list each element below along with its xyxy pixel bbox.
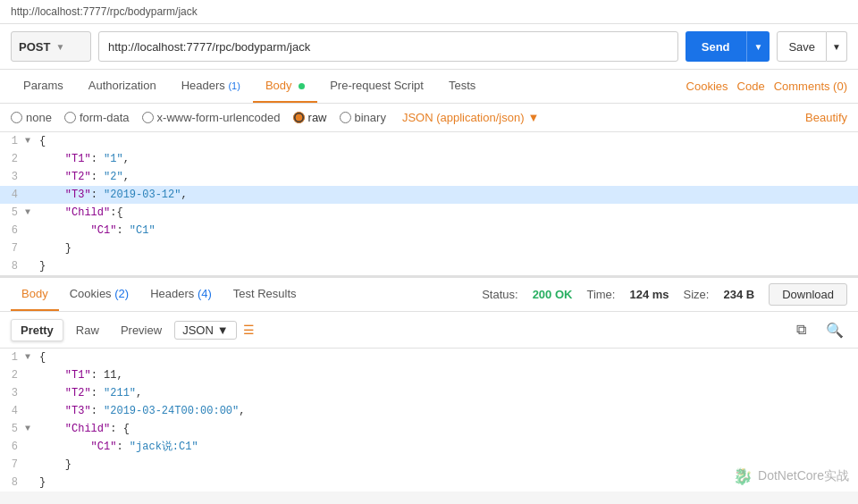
request-code-line: 2 "T1": "1", xyxy=(0,150,858,168)
line-content: "C1": "jack说:C1" xyxy=(38,438,858,456)
line-arrow-icon xyxy=(25,150,38,168)
request-code-line: 5▼ "Child":{ xyxy=(0,204,858,222)
method-select[interactable]: POST ▼ xyxy=(11,31,91,62)
line-number: 7 xyxy=(0,456,25,474)
line-arrow-icon: ▼ xyxy=(25,349,38,366)
request-code-line: 7 } xyxy=(0,239,858,257)
line-number: 1 xyxy=(0,132,25,150)
response-code-line: 3 "T2": "211", xyxy=(0,384,858,402)
line-arrow-icon xyxy=(25,168,38,186)
tab-params[interactable]: Params xyxy=(11,70,76,103)
line-arrow-icon xyxy=(25,222,38,239)
radio-binary[interactable]: binary xyxy=(340,111,386,124)
json-format-label: JSON xyxy=(182,323,214,337)
request-bar: POST ▼ Send ▼ Save ▼ xyxy=(0,24,858,70)
radio-raw[interactable]: raw xyxy=(293,111,327,124)
headers-badge: (1) xyxy=(228,80,240,91)
line-content: } xyxy=(38,257,858,275)
time-value: 124 ms xyxy=(629,288,669,301)
tab-tests[interactable]: Tests xyxy=(436,70,488,103)
radio-form-data[interactable]: form-data xyxy=(64,111,130,124)
line-content: } xyxy=(38,474,858,491)
resp-tab-test-results[interactable]: Test Results xyxy=(223,278,307,311)
line-number: 7 xyxy=(0,239,25,257)
line-arrow-icon xyxy=(25,474,38,491)
line-number: 4 xyxy=(0,402,25,420)
tab-authorization[interactable]: Authorization xyxy=(76,70,169,103)
resp-tab-body[interactable]: Body xyxy=(11,278,59,311)
response-code-line: 6 "C1": "jack说:C1" xyxy=(0,438,858,456)
comments-link[interactable]: Comments (0) xyxy=(774,80,847,93)
format-raw-button[interactable]: Raw xyxy=(67,320,108,340)
address-text: http://localhost:7777/rpc/bodyparm/jack xyxy=(11,5,198,18)
radio-urlencoded[interactable]: x-www-form-urlencoded xyxy=(142,111,281,124)
body-options-bar: none form-data x-www-form-urlencoded raw… xyxy=(0,104,858,132)
format-json-dropdown[interactable]: JSON ▼ xyxy=(174,321,237,340)
method-label: POST xyxy=(19,40,50,54)
line-number: 5 xyxy=(0,420,25,438)
response-code-line: 7 } xyxy=(0,456,858,474)
save-button[interactable]: Save xyxy=(777,31,827,62)
resp-tab-cookies[interactable]: Cookies (2) xyxy=(59,278,139,311)
cookies-link[interactable]: Cookies xyxy=(686,80,728,93)
tab-prerequest[interactable]: Pre-request Script xyxy=(317,70,436,103)
size-prefix: Size: xyxy=(684,288,710,301)
status-value: 200 OK xyxy=(533,288,573,301)
line-number: 8 xyxy=(0,474,25,491)
line-arrow-icon: ▼ xyxy=(25,132,38,150)
line-content: "T3": "2019-03-24T00:00:00", xyxy=(38,402,858,420)
request-code-line: 6 "C1": "C1" xyxy=(0,222,858,239)
line-arrow-icon xyxy=(25,384,38,402)
line-arrow-icon xyxy=(25,366,38,384)
response-status-bar: Status: 200 OK Time: 124 ms Size: 234 B … xyxy=(482,283,847,306)
request-code-line: 8} xyxy=(0,257,858,275)
line-arrow-icon xyxy=(25,186,38,204)
request-tabs-bar: Params Authorization Headers (1) Body Pr… xyxy=(0,70,858,104)
response-code-line: 1▼{ xyxy=(0,349,858,366)
code-link[interactable]: Code xyxy=(737,80,765,93)
radio-none[interactable]: none xyxy=(11,111,52,124)
send-button[interactable]: Send xyxy=(686,31,746,62)
request-code-line: 3 "T2": "2", xyxy=(0,168,858,186)
align-icon[interactable]: ☰ xyxy=(240,321,258,339)
url-input[interactable] xyxy=(98,31,678,62)
line-content: "Child":{ xyxy=(38,204,858,222)
save-button-group: Save ▼ xyxy=(777,31,847,62)
line-number: 8 xyxy=(0,257,25,275)
response-code-line: 8} xyxy=(0,474,858,491)
line-number: 4 xyxy=(0,186,25,204)
json-format-chevron-icon: ▼ xyxy=(217,323,229,337)
resp-tab-headers[interactable]: Headers (4) xyxy=(139,278,223,311)
send-button-group: Send ▼ xyxy=(686,31,770,62)
download-button[interactable]: Download xyxy=(769,283,847,306)
json-type-dropdown[interactable]: JSON (application/json) ▼ xyxy=(402,111,539,124)
line-arrow-icon: ▼ xyxy=(25,204,38,222)
line-number: 3 xyxy=(0,384,25,402)
body-dot-icon xyxy=(299,83,305,89)
response-body-editor: 1▼{2 "T1": 11,3 "T2": "211",4 "T3": "201… xyxy=(0,349,858,491)
save-dropdown-button[interactable]: ▼ xyxy=(827,31,847,62)
line-number: 2 xyxy=(0,366,25,384)
copy-icon[interactable]: ⧉ xyxy=(788,317,813,342)
request-body-editor[interactable]: 1▼{2 "T1": "1",3 "T2": "2",4 "T3": "2019… xyxy=(0,132,858,278)
tab-right-actions: Cookies Code Comments (0) xyxy=(686,80,847,93)
request-code-line: 4 "T3": "2019-03-12", xyxy=(0,186,858,204)
method-chevron-icon: ▼ xyxy=(55,42,64,52)
response-code-line: 5▼ "Child": { xyxy=(0,420,858,438)
send-dropdown-button[interactable]: ▼ xyxy=(746,31,770,62)
line-content: "T1": 11, xyxy=(38,366,858,384)
format-pretty-button[interactable]: Pretty xyxy=(11,319,63,341)
tab-body[interactable]: Body xyxy=(253,70,317,103)
line-number: 6 xyxy=(0,438,25,456)
line-content: } xyxy=(38,239,858,257)
search-icon[interactable]: 🔍 xyxy=(822,317,847,342)
format-preview-button[interactable]: Preview xyxy=(112,320,171,340)
line-content: "T1": "1", xyxy=(38,150,858,168)
address-bar: http://localhost:7777/rpc/bodyparm/jack xyxy=(0,0,858,24)
beautify-button[interactable]: Beautify xyxy=(805,111,847,124)
request-code-line: 1▼{ xyxy=(0,132,858,150)
line-arrow-icon xyxy=(25,257,38,275)
tab-headers[interactable]: Headers (1) xyxy=(169,70,253,103)
line-content: { xyxy=(38,349,858,366)
line-content: "T3": "2019-03-12", xyxy=(38,186,858,204)
